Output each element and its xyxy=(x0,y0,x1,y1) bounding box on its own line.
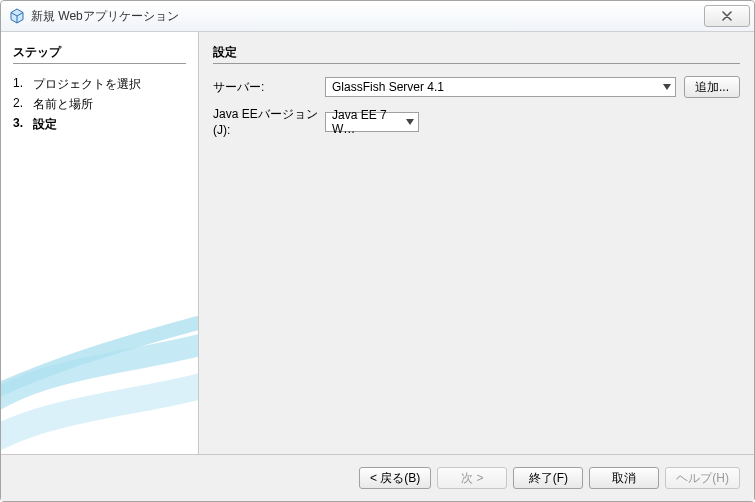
finish-button[interactable]: 終了(F) xyxy=(513,467,583,489)
chevron-down-icon xyxy=(663,84,671,90)
step-label: 名前と場所 xyxy=(33,96,93,113)
svg-marker-2 xyxy=(663,84,671,90)
javaee-version-combobox[interactable]: Java EE 7 W… xyxy=(325,112,419,132)
step-item: 1. プロジェクトを選択 xyxy=(13,76,186,93)
svg-marker-3 xyxy=(406,119,414,125)
back-button[interactable]: < 戻る(B) xyxy=(359,467,431,489)
content-area: ステップ 1. プロジェクトを選択 2. 名前と場所 3. 設定 xyxy=(1,32,754,454)
server-value: GlassFish Server 4.1 xyxy=(332,80,444,94)
steps-heading: ステップ xyxy=(13,44,186,64)
javaee-version-label: Java EEバージョン(J): xyxy=(213,106,325,137)
step-label: プロジェクトを選択 xyxy=(33,76,141,93)
settings-heading: 設定 xyxy=(213,44,740,64)
javaee-version-value: Java EE 7 W… xyxy=(332,108,400,136)
server-row: サーバー: GlassFish Server 4.1 追加... xyxy=(213,76,740,98)
titlebar: 新規 Webアプリケーション xyxy=(1,1,754,32)
step-number: 3. xyxy=(13,116,33,133)
decorative-swoosh-icon xyxy=(1,314,199,454)
steps-pane: ステップ 1. プロジェクトを選択 2. 名前と場所 3. 設定 xyxy=(1,32,199,454)
wizard-footer: < 戻る(B) 次 > 終了(F) 取消 ヘルプ(H) xyxy=(1,454,754,501)
wizard-window: 新規 Webアプリケーション ステップ 1. プロジェクトを選択 2. 名前と場… xyxy=(0,0,755,502)
settings-pane: 設定 サーバー: GlassFish Server 4.1 追加... Java… xyxy=(199,32,754,454)
step-number: 2. xyxy=(13,96,33,113)
server-label: サーバー: xyxy=(213,79,325,96)
window-title: 新規 Webアプリケーション xyxy=(31,8,704,25)
step-item: 2. 名前と場所 xyxy=(13,96,186,113)
next-button[interactable]: 次 > xyxy=(437,467,507,489)
step-item-current: 3. 設定 xyxy=(13,116,186,133)
server-combobox[interactable]: GlassFish Server 4.1 xyxy=(325,77,676,97)
javaee-version-row: Java EEバージョン(J): Java EE 7 W… xyxy=(213,106,740,137)
step-label: 設定 xyxy=(33,116,57,133)
app-cube-icon xyxy=(9,8,25,24)
steps-list: 1. プロジェクトを選択 2. 名前と場所 3. 設定 xyxy=(13,76,186,133)
step-number: 1. xyxy=(13,76,33,93)
close-icon xyxy=(721,11,733,21)
chevron-down-icon xyxy=(406,119,414,125)
help-button[interactable]: ヘルプ(H) xyxy=(665,467,740,489)
window-close-button[interactable] xyxy=(704,5,750,27)
cancel-button[interactable]: 取消 xyxy=(589,467,659,489)
add-server-button[interactable]: 追加... xyxy=(684,76,740,98)
